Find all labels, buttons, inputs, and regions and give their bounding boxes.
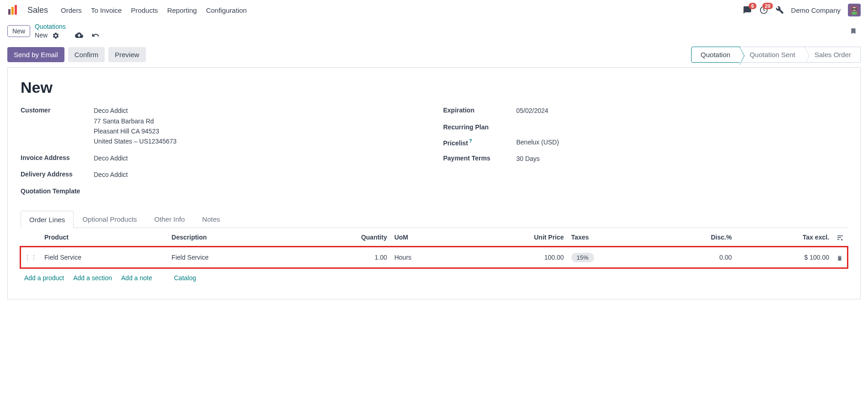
svg-rect-1 (11, 7, 14, 15)
breadcrumb: Quotations New (35, 23, 100, 39)
activities-badge: 20 (762, 3, 772, 9)
cell-quantity[interactable]: 1.00 (295, 247, 391, 268)
confirm-button[interactable]: Confirm (68, 47, 105, 62)
cell-description[interactable]: Field Service (168, 247, 295, 268)
tab-order-lines[interactable]: Order Lines (21, 211, 74, 228)
new-button[interactable]: New (7, 25, 30, 37)
nav-configuration[interactable]: Configuration (206, 6, 247, 14)
drag-handle-icon[interactable]: ⋮⋮ (24, 254, 37, 261)
status-quotation-sent[interactable]: Quotation Sent (740, 47, 805, 63)
cell-uom[interactable]: Hours (391, 247, 461, 268)
messages-badge: 6 (749, 3, 756, 9)
nav-to-invoice[interactable]: To Invoice (91, 6, 122, 14)
app-name[interactable]: Sales (27, 5, 48, 15)
send-by-email-button[interactable]: Send by Email (7, 47, 64, 62)
invoice-address-label: Invoice Address (21, 153, 94, 163)
add-section-link[interactable]: Add a section (73, 274, 112, 282)
line-actions: Add a product Add a section Add a note C… (21, 268, 847, 288)
preview-button[interactable]: Preview (108, 47, 145, 62)
cloud-upload-icon[interactable] (75, 31, 83, 39)
add-note-link[interactable]: Add a note (121, 274, 152, 282)
breadcrumb-row: New Quotations New (0, 20, 868, 42)
expiration-value[interactable]: 05/02/2024 (517, 106, 848, 116)
col-taxes[interactable]: Taxes (568, 228, 655, 247)
form-sheet: New Customer Deco Addict 77 Santa Barbar… (7, 67, 861, 299)
table-row[interactable]: ⋮⋮ Field Service Field Service 1.00 Hour… (21, 247, 847, 268)
catalog-link[interactable]: Catalog (174, 274, 196, 282)
quotation-template-label: Quotation Template (21, 187, 94, 195)
col-tax-excl[interactable]: Tax excl. (735, 228, 833, 247)
tabs: Order Lines Optional Products Other Info… (21, 210, 847, 228)
cell-disc[interactable]: 0.00 (654, 247, 735, 268)
svg-rect-7 (852, 12, 857, 15)
customer-addr1: 77 Santa Barbara Rd (94, 116, 425, 126)
col-settings-icon[interactable] (833, 228, 847, 247)
payment-terms-label: Payment Terms (443, 154, 517, 164)
col-uom[interactable]: UoM (391, 228, 461, 247)
customer-name: Deco Addict (94, 106, 425, 116)
col-quantity[interactable]: Quantity (295, 228, 391, 247)
pricelist-value[interactable]: Benelux (USD) (517, 137, 848, 147)
invoice-address-value[interactable]: Deco Addict (94, 153, 425, 163)
nav-products[interactable]: Products (131, 6, 158, 14)
quotation-template-value[interactable] (94, 187, 425, 195)
tax-chip: 15% (571, 253, 594, 262)
form-col-right: Expiration 05/02/2024 Recurring Plan Pri… (443, 106, 848, 201)
content: Send by Email Confirm Preview Quotation … (0, 42, 868, 318)
tab-other-info[interactable]: Other Info (146, 210, 194, 228)
messages-icon[interactable]: 6 (743, 5, 752, 15)
col-disc[interactable]: Disc.% (654, 228, 735, 247)
pricelist-label: Pricelist? (443, 137, 517, 147)
gear-icon[interactable] (52, 32, 59, 39)
undo-icon[interactable] (91, 31, 100, 39)
customer-addr2: Pleasant Hill CA 94523 (94, 126, 425, 136)
nav-reporting[interactable]: Reporting (167, 6, 197, 14)
company-name[interactable]: Demo Company (791, 6, 841, 14)
pricelist-help-icon[interactable]: ? (469, 138, 472, 144)
topbar: Sales Orders To Invoice Products Reporti… (0, 0, 868, 20)
tools-icon[interactable] (776, 6, 784, 14)
page-title: New (21, 79, 847, 96)
form-col-left: Customer Deco Addict 77 Santa Barbara Rd… (21, 106, 425, 201)
col-product[interactable]: Product (41, 228, 168, 247)
breadcrumb-parent[interactable]: Quotations (35, 23, 100, 30)
svg-rect-6 (852, 8, 856, 10)
delete-row-icon[interactable] (836, 254, 843, 261)
cell-unit-price[interactable]: 100.00 (461, 247, 568, 268)
topbar-right: 6 20 Demo Company (743, 4, 861, 16)
payment-terms-value[interactable]: 30 Days (517, 154, 848, 164)
expiration-label: Expiration (443, 106, 517, 116)
delivery-address-label: Delivery Address (21, 170, 94, 180)
app-logo-icon (7, 5, 18, 16)
svg-rect-0 (8, 9, 11, 15)
order-lines-table: Product Description Quantity UoM Unit Pr… (21, 228, 847, 268)
recurring-plan-value[interactable] (517, 123, 848, 131)
customer-label: Customer (21, 106, 94, 147)
activities-icon[interactable]: 20 (759, 5, 768, 15)
col-unit-price[interactable]: Unit Price (461, 228, 568, 247)
avatar[interactable] (848, 4, 861, 16)
svg-rect-2 (15, 5, 17, 15)
cell-product[interactable]: Field Service (41, 247, 168, 268)
action-bar: Send by Email Confirm Preview Quotation … (7, 42, 861, 67)
recurring-plan-label: Recurring Plan (443, 123, 517, 131)
bookmark-icon[interactable] (850, 27, 857, 36)
form-grid: Customer Deco Addict 77 Santa Barbara Rd… (21, 106, 847, 201)
status-sales-order[interactable]: Sales Order (805, 47, 861, 63)
customer-value[interactable]: Deco Addict 77 Santa Barbara Rd Pleasant… (94, 106, 425, 147)
customer-addr3: United States – US12345673 (94, 136, 425, 146)
cell-tax-excl[interactable]: $ 100.00 (735, 247, 833, 268)
col-description[interactable]: Description (168, 228, 295, 247)
delivery-address-value[interactable]: Deco Addict (94, 170, 425, 180)
breadcrumb-current: New (35, 32, 48, 39)
tab-notes[interactable]: Notes (193, 210, 229, 228)
status-bar: Quotation Quotation Sent Sales Order (691, 47, 861, 63)
nav-orders[interactable]: Orders (61, 6, 82, 14)
cell-taxes[interactable]: 15% (568, 247, 655, 268)
tab-optional-products[interactable]: Optional Products (74, 210, 145, 228)
add-product-link[interactable]: Add a product (24, 274, 64, 282)
status-quotation[interactable]: Quotation (691, 47, 740, 63)
